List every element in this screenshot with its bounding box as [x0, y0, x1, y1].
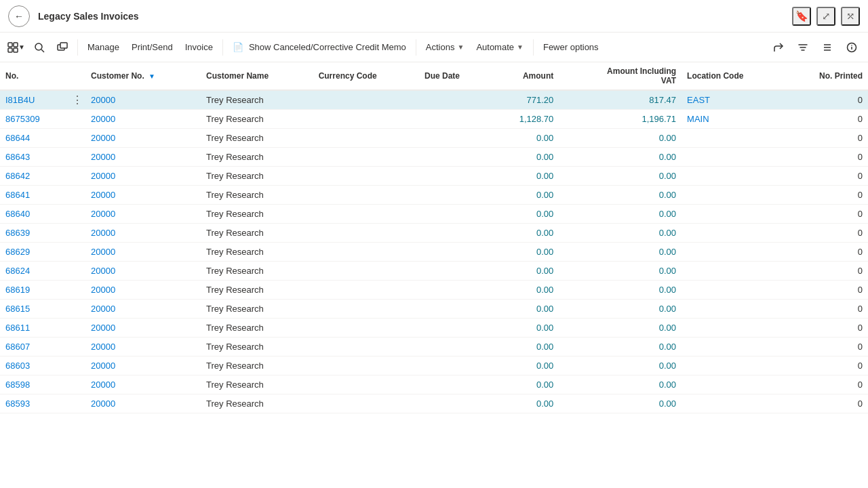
cell-amount-incl-vat: 1,196.71: [559, 110, 682, 129]
toolbar-separator-2: [222, 39, 223, 56]
toolbar: ▼ Manage Print/Send Invoice 📄 Show: [0, 33, 868, 62]
cell-customer-name: Trey Research: [201, 300, 313, 319]
cell-location-code: [682, 338, 785, 357]
customer-no-link[interactable]: 20000: [91, 171, 115, 181]
no-link[interactable]: 68624: [5, 266, 30, 276]
cell-location-code: [682, 394, 785, 413]
no-link[interactable]: 68640: [5, 209, 30, 219]
customer-no-link[interactable]: 20000: [91, 95, 115, 105]
no-link[interactable]: 68629: [5, 247, 30, 257]
col-customer-no: Customer No. ▼: [85, 62, 201, 90]
customer-no-link[interactable]: 20000: [91, 304, 115, 314]
no-link[interactable]: I81B4U: [5, 95, 35, 105]
no-link[interactable]: 68644: [5, 133, 30, 143]
copy-link-icon[interactable]: [52, 37, 73, 58]
cell-customer-no: 20000: [85, 148, 201, 167]
cell-amount: 0.00: [490, 394, 559, 413]
switch-view-icon[interactable]: ▼: [5, 37, 27, 58]
bookmark-icon[interactable]: 🔖: [792, 7, 811, 26]
customer-no-link[interactable]: 20000: [91, 380, 115, 390]
cell-action: [69, 375, 85, 394]
customer-no-link[interactable]: 20000: [91, 247, 115, 257]
cell-location-code: [682, 129, 785, 148]
cell-due-date: [419, 319, 490, 338]
cell-amount-incl-vat: 817.47: [559, 90, 682, 110]
cell-no-printed: 0: [785, 375, 868, 394]
info-icon[interactable]: [841, 37, 863, 58]
cell-action: [69, 129, 85, 148]
customer-no-link[interactable]: 20000: [91, 266, 115, 276]
customer-no-link[interactable]: 20000: [91, 399, 115, 409]
cell-currency-code: [313, 90, 419, 110]
cell-customer-name: Trey Research: [201, 90, 313, 110]
cell-no-printed: 0: [785, 224, 868, 243]
cell-due-date: [419, 300, 490, 319]
no-link[interactable]: 68641: [5, 190, 30, 200]
cell-location-code: [682, 262, 785, 281]
share-icon[interactable]: [768, 37, 789, 58]
no-link[interactable]: 68593: [5, 399, 30, 409]
cell-no: 68639: [0, 224, 69, 243]
customer-no-link[interactable]: 20000: [91, 342, 115, 352]
cell-due-date: [419, 224, 490, 243]
location-code-link[interactable]: MAIN: [687, 114, 709, 124]
cell-action: ⋮: [69, 90, 85, 110]
no-link[interactable]: 68642: [5, 171, 30, 181]
fewer-options-btn[interactable]: Fewer options: [538, 37, 604, 58]
automate-btn[interactable]: Automate ▼: [471, 37, 529, 58]
cell-no: 8675309: [0, 110, 69, 129]
cell-customer-no: 20000: [85, 357, 201, 375]
show-canceled-btn[interactable]: 📄 Show Canceled/Corrective Credit Memo: [227, 37, 412, 58]
cell-customer-name: Trey Research: [201, 205, 313, 224]
table-row: 6861920000Trey Research0.000.000: [0, 281, 868, 300]
invoice-btn[interactable]: Invoice: [180, 37, 218, 58]
cell-no-printed: 0: [785, 338, 868, 357]
no-link[interactable]: 68639: [5, 228, 30, 238]
search-icon[interactable]: [28, 37, 50, 58]
no-link[interactable]: 68603: [5, 361, 30, 371]
cell-currency-code: [313, 186, 419, 205]
svg-rect-2: [8, 48, 12, 52]
location-code-link[interactable]: EAST: [687, 95, 710, 105]
cell-due-date: [419, 110, 490, 129]
cell-customer-no: 20000: [85, 375, 201, 394]
row-action-button[interactable]: ⋮: [71, 94, 84, 107]
customer-no-link[interactable]: 20000: [91, 190, 115, 200]
table-row: 6859820000Trey Research0.000.000: [0, 375, 868, 394]
filter-icon[interactable]: [792, 37, 814, 58]
customer-no-link[interactable]: 20000: [91, 152, 115, 162]
customer-no-link[interactable]: 20000: [91, 323, 115, 333]
customer-no-link[interactable]: 20000: [91, 228, 115, 238]
cell-amount: 0.00: [490, 205, 559, 224]
no-link[interactable]: 68619: [5, 285, 30, 295]
table-row: 6861120000Trey Research0.000.000: [0, 319, 868, 338]
no-link[interactable]: 8675309: [5, 114, 40, 124]
cell-amount-incl-vat: 0.00: [559, 224, 682, 243]
customer-no-link[interactable]: 20000: [91, 209, 115, 219]
list-view-icon[interactable]: [816, 37, 838, 58]
no-link[interactable]: 68598: [5, 380, 30, 390]
col-amount-incl-vat: Amount Including VAT: [559, 62, 682, 90]
no-link[interactable]: 68643: [5, 152, 30, 162]
open-new-icon[interactable]: ⤢: [816, 7, 835, 26]
header-bar: ← Legacy Sales Invoices 🔖 ⤢ ⤱: [0, 0, 868, 33]
cell-customer-name: Trey Research: [201, 224, 313, 243]
actions-btn[interactable]: Actions ▼: [420, 37, 470, 58]
no-link[interactable]: 68607: [5, 342, 30, 352]
cell-no: 68643: [0, 148, 69, 167]
table-container[interactable]: No. Customer No. ▼ Customer Name Currenc…: [0, 62, 868, 488]
print-send-btn[interactable]: Print/Send: [126, 37, 178, 58]
customer-no-link[interactable]: 20000: [91, 361, 115, 371]
back-button[interactable]: ←: [8, 5, 30, 27]
cell-action: [69, 262, 85, 281]
cell-no: 68642: [0, 167, 69, 186]
manage-btn[interactable]: Manage: [82, 37, 125, 58]
customer-no-link[interactable]: 20000: [91, 285, 115, 295]
no-link[interactable]: 68615: [5, 304, 30, 314]
customer-no-link[interactable]: 20000: [91, 133, 115, 143]
collapse-icon[interactable]: ⤱: [841, 7, 860, 26]
cell-amount-incl-vat: 0.00: [559, 186, 682, 205]
toolbar-right: [768, 37, 863, 58]
no-link[interactable]: 68611: [5, 323, 30, 333]
customer-no-link[interactable]: 20000: [91, 114, 115, 124]
